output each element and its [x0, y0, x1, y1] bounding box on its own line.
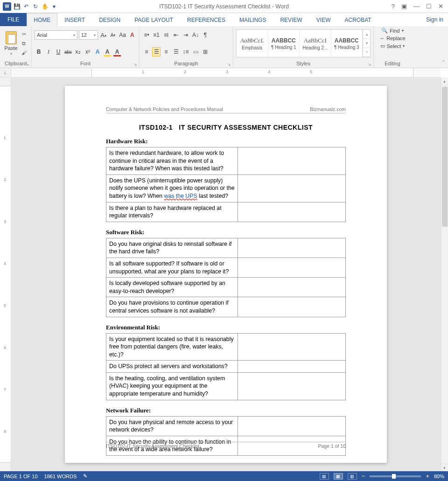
scroll-thumb[interactable]	[442, 87, 448, 227]
minimize-icon[interactable]: —	[413, 3, 420, 10]
replace-button[interactable]: ↔Replace	[379, 35, 405, 41]
superscript-button[interactable]: x²	[84, 47, 92, 56]
scroll-up-icon[interactable]: ▴	[441, 77, 448, 85]
tab-mailings[interactable]: MAILINGS	[232, 13, 273, 26]
answer-cell[interactable]	[238, 416, 346, 436]
style-emphasis[interactable]: AaBbCcLEmphasis	[237, 30, 268, 57]
zoom-slider[interactable]	[370, 475, 421, 477]
tab-insert[interactable]: INSERT	[57, 13, 92, 26]
show-marks-button[interactable]: ¶	[201, 30, 210, 40]
styles-scroll-up-icon[interactable]: ▴	[363, 30, 370, 39]
ribbon-options-icon[interactable]: ▣	[401, 3, 407, 10]
font-dialog-icon[interactable]: ↘	[133, 62, 137, 67]
vertical-ruler[interactable]: 1 2 3 4 5 6 7 8	[0, 77, 11, 471]
format-painter-icon[interactable]: 🖌	[20, 49, 28, 56]
align-right-button[interactable]: ≡	[162, 47, 170, 56]
subscript-button[interactable]: x₂	[74, 47, 82, 56]
answer-cell[interactable]	[238, 238, 346, 258]
question-cell[interactable]: Do you have physical and remote access t…	[106, 416, 238, 436]
question-cell[interactable]: Does the UPS (uninterruptible power supp…	[106, 174, 238, 202]
tab-design[interactable]: DESIGN	[92, 13, 127, 26]
qat-save-icon[interactable]: 💾	[13, 3, 21, 10]
tab-file[interactable]: FILE	[0, 13, 27, 26]
bold-button[interactable]: B	[35, 47, 43, 56]
numbering-button[interactable]: ≡1	[152, 30, 161, 40]
tab-page-layout[interactable]: PAGE LAYOUT	[127, 13, 180, 26]
question-cell[interactable]: Is there a plan to have hardware replace…	[106, 202, 238, 222]
font-name-combo[interactable]: Arial▾	[35, 30, 77, 40]
justify-button[interactable]: ☰	[172, 47, 180, 56]
align-left-button[interactable]: ≡	[142, 47, 151, 56]
question-cell[interactable]: Is locally developed software supported …	[106, 278, 238, 297]
help-icon[interactable]: ?	[392, 3, 395, 10]
paragraph-dialog-icon[interactable]: ↘	[227, 62, 231, 67]
zoom-level[interactable]: 80%	[434, 474, 444, 479]
answer-cell[interactable]	[238, 333, 346, 361]
qat-touch-icon[interactable]: ✋	[41, 3, 49, 10]
maximize-icon[interactable]: ☐	[426, 3, 432, 10]
borders-button[interactable]: ⊞	[201, 47, 210, 56]
answer-cell[interactable]	[238, 174, 346, 202]
tab-acrobat[interactable]: ACROBAT	[337, 13, 378, 26]
styles-scroll-down-icon[interactable]: ▾	[363, 39, 370, 48]
view-print-icon[interactable]: ▦	[334, 473, 343, 480]
view-read-icon[interactable]: ▤	[320, 473, 329, 480]
qat-customize-icon[interactable]: ▾	[50, 3, 58, 10]
tab-review[interactable]: REVIEW	[273, 13, 309, 26]
decrease-indent-button[interactable]: ⇤	[172, 30, 180, 40]
styles-gallery[interactable]: AaBbCcLEmphasis AABBCC¶ Heading 1 AaBbCc…	[236, 29, 371, 57]
answer-cell[interactable]	[238, 361, 346, 373]
question-cell[interactable]: Do you have provisions to continue opera…	[106, 297, 238, 317]
line-spacing-button[interactable]: ↕≡	[182, 47, 190, 56]
view-web-icon[interactable]: ▥	[348, 473, 357, 480]
document-canvas[interactable]: Computer & Network Policies and Procedur…	[11, 77, 441, 471]
grow-font-button[interactable]: A▴	[99, 30, 108, 40]
sort-button[interactable]: A↓	[191, 30, 200, 40]
styles-dialog-icon[interactable]: ↘	[368, 62, 371, 67]
answer-cell[interactable]	[238, 147, 346, 175]
shading-button[interactable]: ▭	[191, 47, 200, 56]
answer-cell[interactable]	[238, 258, 346, 277]
answer-cell[interactable]	[238, 372, 346, 400]
shrink-font-button[interactable]: A▾	[109, 30, 117, 40]
style-heading3[interactable]: AABBCC¶ Heading 3	[331, 30, 363, 57]
tab-view[interactable]: VIEW	[309, 13, 338, 26]
text-effects-button[interactable]: A	[93, 47, 102, 56]
clipboard-dialog-icon[interactable]: ↘	[26, 62, 29, 67]
collapse-ribbon-icon[interactable]: ˄	[442, 60, 445, 66]
underline-button[interactable]: U	[54, 47, 63, 56]
answer-cell[interactable]	[238, 278, 346, 297]
find-button[interactable]: 🔍Find▾	[381, 28, 403, 34]
tab-home[interactable]: HOME	[27, 13, 57, 26]
tab-references[interactable]: REFERENCES	[180, 13, 232, 26]
close-icon[interactable]: ✕	[438, 3, 443, 10]
styles-more-icon[interactable]: ▿	[363, 48, 370, 57]
multilevel-button[interactable]: ≡i	[162, 30, 170, 40]
clear-formatting-button[interactable]: A	[128, 30, 136, 40]
italic-button[interactable]: I	[44, 47, 53, 56]
paste-button[interactable]: Paste ▾	[3, 28, 19, 59]
align-center-button[interactable]: ☰	[152, 47, 161, 56]
font-color-button[interactable]: A	[113, 47, 121, 56]
question-cell[interactable]: Is your equipment located so that it is …	[106, 333, 238, 361]
copy-icon[interactable]: ⧉	[20, 40, 28, 47]
answer-cell[interactable]	[238, 297, 346, 317]
proofing-icon[interactable]: ✎	[83, 473, 87, 479]
font-size-combo[interactable]: 12▾	[79, 30, 98, 40]
status-words[interactable]: 1861 WORDS	[44, 474, 77, 479]
cut-icon[interactable]: ✂	[20, 30, 28, 38]
style-heading2[interactable]: AaBbCcIHeading 2...	[300, 30, 331, 57]
bullets-button[interactable]: ≡•	[142, 30, 151, 40]
style-heading1[interactable]: AABBCC¶ Heading 1	[268, 30, 300, 57]
qat-redo-icon[interactable]: ↻	[32, 3, 39, 10]
strikethrough-button[interactable]: abc	[64, 47, 72, 56]
document-page[interactable]: Computer & Network Policies and Procedur…	[65, 86, 387, 463]
hyperlink[interactable]: was the UPS	[164, 193, 197, 199]
zoom-in-button[interactable]: +	[426, 473, 429, 480]
qat-undo-icon[interactable]: ↶	[22, 3, 30, 10]
answer-cell[interactable]	[238, 202, 346, 222]
sign-in-link[interactable]: Sign in	[421, 13, 448, 26]
vertical-scrollbar[interactable]: ▴ ▾	[441, 77, 448, 471]
highlight-button[interactable]: A	[103, 47, 112, 56]
status-page[interactable]: PAGE 1 OF 10	[4, 474, 38, 479]
